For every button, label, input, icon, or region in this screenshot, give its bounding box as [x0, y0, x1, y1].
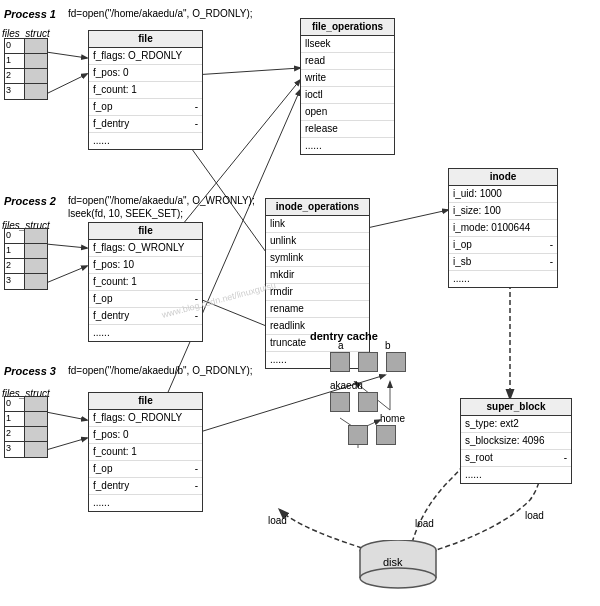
inode-uid: i_uid: 1000 [449, 186, 557, 203]
svg-line-4 [46, 244, 87, 248]
file2-flags: f_flags: O_WRONLY [89, 240, 202, 257]
dentry-box-akaedu [330, 392, 350, 412]
inode-dots: ...... [449, 271, 557, 287]
file3-dots: ...... [89, 495, 202, 511]
process1-label: Process 1 [4, 8, 56, 20]
diagram: Process 1 fd=open("/home/akaedu/a", O_RD… [0, 0, 600, 606]
sb-type: s_type: ext2 [461, 416, 571, 433]
iop-rename: rename [266, 301, 369, 318]
fop-ioctl: ioctl [301, 87, 394, 104]
dentry-home-label: home [380, 413, 405, 424]
fop-read: read [301, 53, 394, 70]
file1-fop: f_op- [89, 99, 202, 116]
process3-desc: fd=open("/home/akaedu/b", O_RDONLY); [68, 365, 253, 376]
svg-line-1 [46, 74, 87, 94]
file3-pos: f_pos: 0 [89, 427, 202, 444]
dentry-box-a [330, 352, 350, 372]
file-box-3-title: file [89, 393, 202, 410]
process2-desc: fd=open("/home/akaedu/a", O_WRONLY); [68, 195, 255, 206]
fop-write: write [301, 70, 394, 87]
svg-line-5 [46, 266, 87, 283]
files-struct-p1: 0 1 2 3 [4, 38, 48, 100]
inode-mode: i_mode: 0100644 [449, 220, 557, 237]
load-label-2: load [415, 518, 434, 529]
file1-dots: ...... [89, 133, 202, 149]
svg-line-13 [358, 210, 448, 230]
file1-flags: f_flags: O_RDONLY [89, 48, 202, 65]
process2-desc2: lseek(fd, 10, SEEK_SET); [68, 208, 183, 219]
disk-label: disk [383, 556, 403, 568]
file1-dentry: f_dentry- [89, 116, 202, 133]
file-box-1: file f_flags: O_RDONLY f_pos: 0 f_count:… [88, 30, 203, 150]
file2-count: f_count: 1 [89, 274, 202, 291]
process1-desc: fd=open("/home/akaedu/a", O_RDONLY); [68, 8, 253, 19]
super-block-title: super_block [461, 399, 571, 416]
sb-blocksize: s_blocksize: 4096 [461, 433, 571, 450]
dentry-box-a2 [358, 352, 378, 372]
iop-mkdir: mkdir [266, 267, 369, 284]
inode-size: i_size: 100 [449, 203, 557, 220]
file3-fop: f_op- [89, 461, 202, 478]
fop-dots: ...... [301, 138, 394, 154]
file-box-2: file f_flags: O_WRONLY f_pos: 10 f_count… [88, 222, 203, 342]
file-box-2-title: file [89, 223, 202, 240]
sb-dots: ...... [461, 467, 571, 483]
iop-dots: ...... [266, 352, 369, 368]
fop-open: open [301, 104, 394, 121]
file3-flags: f_flags: O_RDONLY [89, 410, 202, 427]
dentry-box-b [386, 352, 406, 372]
disk-container: disk [358, 540, 438, 592]
svg-line-8 [46, 412, 87, 420]
file1-count: f_count: 1 [89, 82, 202, 99]
inode-iop: i_op- [449, 237, 557, 254]
dentry-a-label: a [338, 340, 344, 351]
file2-dots: ...... [89, 325, 202, 341]
iop-rmdir: rmdir [266, 284, 369, 301]
svg-line-9 [46, 438, 87, 450]
inode-box: inode i_uid: 1000 i_size: 100 i_mode: 01… [448, 168, 558, 288]
file3-count: f_count: 1 [89, 444, 202, 461]
iop-unlink: unlink [266, 233, 369, 250]
dentry-b-label: b [385, 340, 391, 351]
file3-dentry: f_dentry- [89, 478, 202, 495]
svg-point-24 [360, 568, 436, 588]
file-operations-box: file_operations llseek read write ioctl … [300, 18, 395, 155]
process3-label: Process 3 [4, 365, 56, 377]
file-box-3: file f_flags: O_RDONLY f_pos: 0 f_count:… [88, 392, 203, 512]
inode-ops-title: inode_operations [266, 199, 369, 216]
files-struct-p2: 0 1 2 3 [4, 228, 48, 290]
file-ops-title: file_operations [301, 19, 394, 36]
load-label-1: load [268, 515, 287, 526]
dentry-box-root [348, 425, 368, 445]
svg-line-0 [46, 52, 87, 58]
dentry-box-home [376, 425, 396, 445]
dentry-box-akaedu2 [358, 392, 378, 412]
fop-llseek: llseek [301, 36, 394, 53]
sb-root: s_root- [461, 450, 571, 467]
file1-pos: f_pos: 0 [89, 65, 202, 82]
fop-release: release [301, 121, 394, 138]
inode-operations-box: inode_operations link unlink symlink mkd… [265, 198, 370, 369]
inode-isb: i_sb- [449, 254, 557, 271]
iop-link: link [266, 216, 369, 233]
process2-label: Process 2 [4, 195, 56, 207]
file2-pos: f_pos: 10 [89, 257, 202, 274]
dentry-akaedu-label: akaedu [330, 380, 363, 391]
iop-symlink: symlink [266, 250, 369, 267]
super-block-box: super_block s_type: ext2 s_blocksize: 40… [460, 398, 572, 484]
files-struct-p3: 0 1 2 3 [4, 396, 48, 458]
file-box-1-title: file [89, 31, 202, 48]
inode-title: inode [449, 169, 557, 186]
load-label-3: load [525, 510, 544, 521]
